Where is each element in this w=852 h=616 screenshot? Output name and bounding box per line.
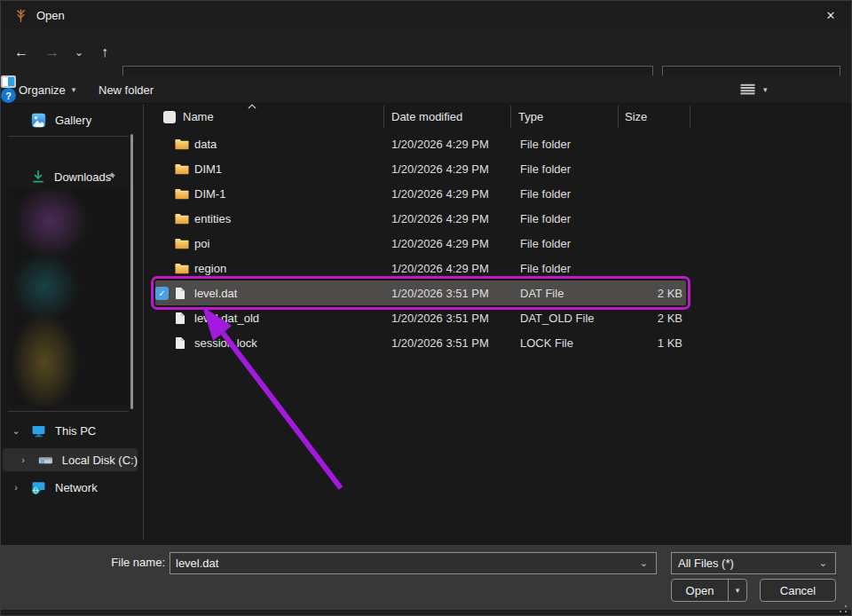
folder-icon [175, 263, 189, 274]
this-pc-expander-icon[interactable]: ⌄ [10, 425, 22, 437]
file-name-field: ⌄ [170, 552, 657, 574]
row-checkbox[interactable]: ✓ [155, 287, 169, 300]
column-divider[interactable] [618, 106, 619, 128]
downloads-label: Downloads [54, 170, 111, 184]
file-name-input[interactable] [170, 557, 640, 570]
table-row[interactable]: ✓ entities 1/20/2026 4:29 PM File folder [155, 206, 686, 231]
sidebar-item-this-pc[interactable]: ⌄ This PC [1, 420, 136, 441]
preview-pane-toggle-icon[interactable] [1, 75, 16, 88]
open-button[interactable]: Open ▾ [671, 579, 747, 602]
organize-caret-icon: ▾ [72, 85, 76, 94]
new-folder-label: New folder [99, 83, 154, 97]
file-name-cell: session.lock [194, 336, 391, 350]
file-list: Name Date modified Type Size ✓ [143, 104, 852, 545]
column-header-size[interactable]: Size [625, 110, 647, 123]
column-divider[interactable] [510, 106, 511, 128]
date-modified-cell: 1/20/2026 4:29 PM [391, 138, 520, 151]
size-cell: 2 KB [619, 287, 686, 300]
column-header-name[interactable]: Name [183, 110, 214, 123]
table-row[interactable]: ✓ poi 1/20/2026 4:29 PM File folder [155, 231, 686, 256]
main-area: Gallery Downloads ⌄ [1, 104, 852, 545]
downloads-icon [31, 170, 45, 184]
file-name-label: File name: [81, 556, 165, 569]
type-cell: File folder [520, 138, 619, 151]
forward-button[interactable]: → [40, 40, 65, 65]
cancel-button[interactable]: Cancel [760, 579, 836, 602]
type-cell: File folder [520, 262, 619, 275]
table-row[interactable]: ✓ level.dat_old 1/20/2026 3:51 PM DAT_OL… [155, 305, 686, 330]
column-headers: Name Date modified Type Size [143, 104, 852, 130]
window-title: Open [36, 9, 65, 22]
table-row[interactable]: ✓ region 1/20/2026 4:29 PM File folder [155, 256, 686, 280]
column-divider[interactable] [690, 106, 690, 128]
app-dead-bush-icon [13, 8, 28, 23]
file-name-cell: level.dat_old [194, 312, 391, 325]
up-button[interactable]: ↑ [92, 40, 117, 65]
close-button[interactable]: ✕ [816, 4, 846, 26]
column-header-date-modified[interactable]: Date modified [391, 110, 462, 123]
network-expander-icon[interactable]: › [10, 482, 22, 493]
pin-icon [106, 171, 116, 182]
size-cell: 2 KB [619, 312, 686, 325]
file-name-dropdown-icon[interactable]: ⌄ [640, 557, 656, 569]
sidebar-item-downloads[interactable]: Downloads [1, 166, 136, 187]
sidebar-scrollbar[interactable] [130, 134, 133, 409]
navigation-pane: Gallery Downloads ⌄ [1, 104, 143, 545]
command-bar: Organize ▾ New folder ▾ ? [1, 75, 852, 104]
view-mode-caret-icon: ▾ [763, 85, 768, 94]
this-pc-icon [31, 424, 46, 438]
file-name-cell: entities [194, 212, 391, 225]
help-icon[interactable]: ? [1, 88, 16, 103]
folder-icon [175, 213, 189, 225]
date-modified-cell: 1/20/2026 4:29 PM [391, 262, 520, 275]
file-type-select[interactable]: All Files (*) ⌄ [671, 552, 836, 574]
date-modified-cell: 1/20/2026 4:29 PM [391, 162, 520, 176]
open-button-label: Open [672, 584, 728, 597]
file-icon [175, 287, 185, 300]
date-modified-cell: 1/20/2026 4:29 PM [391, 237, 520, 250]
select-all-checkbox[interactable] [163, 111, 176, 123]
open-dropdown-icon[interactable]: ▾ [729, 586, 746, 595]
local-disk-expander-icon[interactable]: › [17, 454, 29, 465]
file-name-cell: DIM1 [194, 162, 391, 176]
type-cell: File folder [520, 237, 619, 250]
table-row[interactable]: ✓ DIM1 1/20/2026 4:29 PM File folder [155, 156, 686, 181]
bottom-strip [1, 610, 852, 616]
sidebar-item-gallery[interactable]: Gallery [1, 109, 136, 130]
sidebar-item-network[interactable]: › Network [1, 477, 136, 498]
sidebar-item-local-disk[interactable]: › Local Disk (C:) [3, 448, 138, 471]
table-row[interactable]: ✓ data 1/20/2026 4:29 PM File folder [155, 131, 686, 156]
folder-icon [175, 163, 189, 175]
details-view-icon [740, 83, 755, 97]
local-disk-icon [38, 454, 53, 466]
this-pc-label: This PC [55, 424, 96, 438]
recent-locations-button[interactable]: ⌄ [67, 40, 91, 65]
sidebar-separator [8, 411, 129, 412]
table-row[interactable]: ✓ level.dat 1/20/2026 3:51 PM DAT File 2… [155, 280, 686, 305]
column-header-type[interactable]: Type [518, 110, 543, 123]
view-mode-button[interactable]: ▾ [740, 75, 768, 104]
organize-button[interactable]: Organize ▾ [19, 75, 75, 104]
title-bar: Open ✕ [1, 1, 852, 29]
sidebar-separator [8, 136, 129, 137]
cancel-button-label: Cancel [780, 584, 816, 597]
folder-icon [175, 138, 189, 150]
navigation-bar: ← → ⌄ ↑ › Downloads › world › ⌄ ⟳ [1, 29, 852, 75]
file-rows: ✓ data 1/20/2026 4:29 PM File folder ✓ [155, 131, 686, 355]
file-type-value: All Files (*) [672, 557, 819, 570]
type-cell: DAT File [520, 287, 619, 300]
table-row[interactable]: ✓ session.lock 1/20/2026 3:51 PM LOCK Fi… [155, 330, 686, 355]
file-name-cell: poi [194, 237, 391, 250]
gallery-label: Gallery [55, 114, 91, 127]
open-dialog-window: Open ✕ ← → ⌄ ↑ › Downloads › world › ⌄ ⟳ [0, 0, 852, 616]
file-icon [175, 336, 185, 350]
back-button[interactable]: ← [9, 40, 34, 65]
sidebar-thumbnail-preview [8, 189, 130, 406]
table-row[interactable]: ✓ DIM-1 1/20/2026 4:29 PM File folder [155, 181, 686, 206]
column-divider[interactable] [383, 106, 384, 128]
date-modified-cell: 1/20/2026 4:29 PM [391, 212, 520, 225]
gallery-icon [31, 113, 46, 128]
local-disk-label: Local Disk (C:) [62, 454, 138, 467]
new-folder-button[interactable]: New folder [99, 75, 154, 104]
resize-grip-icon[interactable] [839, 604, 848, 613]
